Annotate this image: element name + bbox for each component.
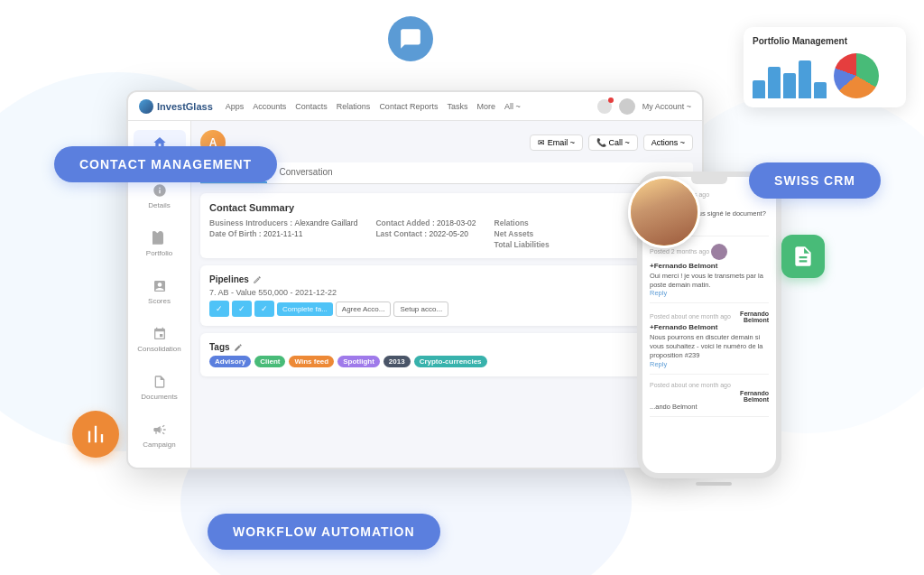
contact-col-left: Business Introducers : Alexandre Gaillar…: [209, 218, 357, 249]
sidebar-item-approval[interactable]: Approval: [134, 465, 186, 469]
sidebar-item-documents[interactable]: Documents: [134, 369, 186, 404]
speech-bubble-icon: [399, 27, 422, 51]
last-contact-value: 2022-05-20: [429, 229, 467, 238]
sidebar-item-consolidation[interactable]: Consolidation: [134, 321, 186, 357]
nav-links[interactable]: Apps Accounts Contacts Relations Contact…: [226, 102, 521, 111]
approval-icon: [151, 468, 169, 469]
pipeline-section: Pipelines 7. AB - Value 550,000 - 2021-1…: [200, 265, 693, 326]
portfolio-chart: [753, 53, 897, 98]
action-bar: A ✉ Email ~ 📞 Call ~ Actions ~: [200, 130, 693, 155]
nav-account-label[interactable]: My Account ~: [642, 102, 691, 111]
tag-crypto-currencies[interactable]: Crypto-currencies: [414, 356, 487, 367]
step-5[interactable]: Agree Acco...: [336, 301, 392, 317]
step-2[interactable]: ✓: [232, 301, 252, 317]
business-intro-row: Business Introducers : Alexandre Gaillar…: [209, 218, 357, 227]
nav-accounts[interactable]: Accounts: [253, 102, 286, 111]
chat-user-2: +Fernando Belmont: [650, 262, 769, 270]
label-contact-management: CONTACT MANAGEMENT: [54, 146, 277, 182]
tag-wins-feed[interactable]: Wins feed: [289, 356, 334, 367]
nav-tasks[interactable]: Tasks: [447, 102, 467, 111]
label-swiss-crm: SWISS CRM: [749, 162, 881, 199]
contact-summary-card: Contact Summary Business Introducers : A…: [200, 193, 693, 258]
nav-more[interactable]: More: [476, 102, 495, 111]
call-button[interactable]: 📞 Call ~: [588, 134, 638, 151]
step-6[interactable]: Setup acco...: [393, 301, 448, 317]
chat-meta-4: Posted about one month ago: [650, 382, 769, 388]
nav-all[interactable]: All ~: [504, 102, 521, 111]
chat-reply-3[interactable]: Reply: [650, 360, 667, 368]
dob-row: Date Of Birth : 2021-11-11: [209, 229, 357, 238]
analytics-icon-circle: [72, 411, 119, 458]
chat-message-4: Posted about one month ago Fernando Belm…: [650, 382, 769, 418]
tag-client[interactable]: Client: [254, 356, 285, 367]
bar-4: [799, 60, 811, 98]
tag-advisory[interactable]: Advisory: [209, 356, 251, 367]
label-workflow-automation: WORKFLOW AUTOMATION: [208, 514, 440, 550]
nav-apps[interactable]: Apps: [226, 102, 245, 111]
notification-bell[interactable]: [597, 99, 612, 114]
document-icon-circle: [781, 235, 825, 278]
logo-text: InvestGlass: [157, 101, 213, 112]
bar-5: [814, 82, 827, 98]
nav-logo: InvestGlass: [139, 99, 213, 114]
sidebar-item-scores[interactable]: Scores: [134, 274, 186, 309]
dob-value: 2021-11-11: [263, 229, 302, 238]
tags-list: Advisory Client Wins feed Spotlight 2013…: [209, 356, 684, 367]
tags-label: Tags: [209, 342, 684, 352]
chat-meta-3: Posted about one month ago: [650, 313, 731, 320]
bar-chart-icon: [83, 422, 108, 447]
step-3[interactable]: ✓: [254, 301, 274, 317]
documents-icon: [151, 373, 169, 391]
last-contact-label: Last Contact :: [375, 229, 429, 238]
contact-added-label: Contact Added :: [375, 218, 437, 227]
net-assets-row: Net Assets: [494, 229, 550, 238]
nav-contacts[interactable]: Contacts: [295, 102, 328, 111]
phone-notch: [691, 177, 727, 184]
contact-summary-title: Contact Summary: [209, 202, 684, 213]
portfolio-card-title: Portfolio Management: [753, 36, 897, 46]
nav-relations[interactable]: Relations: [337, 102, 371, 111]
pipeline-name: 7. AB - Value 550,000 - 2021-12-22: [209, 288, 684, 297]
bar-2: [768, 67, 781, 98]
profile-photo: [628, 176, 700, 248]
tab-conversation[interactable]: Conversation: [267, 162, 346, 183]
campaign-icon: [151, 421, 169, 439]
nav-reports[interactable]: Contact Reports: [379, 102, 438, 111]
email-button[interactable]: ✉ Email ~: [530, 134, 583, 151]
chat-text-2: Oui merci ! je vous le transmets par la …: [650, 272, 769, 290]
contact-added-value: 2018-03-02: [437, 218, 476, 227]
step-1[interactable]: ✓: [209, 301, 229, 317]
actions-button[interactable]: Actions ~: [643, 134, 693, 151]
chat-text-3: Nous pourrons en discuter demain si vous…: [650, 333, 769, 359]
navbar: InvestGlass Apps Accounts Contacts Relat…: [128, 92, 702, 121]
step-4[interactable]: Complete fa...: [277, 302, 333, 316]
sidebar-item-campaign[interactable]: Campaign: [134, 417, 186, 452]
tag-2013[interactable]: 2013: [383, 356, 411, 367]
chat-reply-2[interactable]: Reply: [650, 289, 667, 297]
contact-info-grid: Business Introducers : Alexandre Gaillar…: [209, 218, 684, 249]
contact-added-row: Contact Added : 2018-03-02: [375, 218, 476, 227]
tags-edit-icon[interactable]: [234, 343, 243, 352]
pipeline-steps: ✓ ✓ ✓ Complete fa... Agree Acco... Setup…: [209, 301, 684, 317]
chat-user-3: +Fernando Belmont: [650, 323, 769, 331]
business-intro-label: Business Introducers :: [209, 218, 294, 227]
portfolio-card: Portfolio Management: [744, 27, 906, 107]
pipeline-label: Pipelines: [209, 274, 684, 284]
sidebar-item-portfolio[interactable]: Portfolio: [134, 226, 186, 261]
bar-1: [753, 80, 765, 98]
nav-avatar: [619, 98, 635, 115]
last-contact-row: Last Contact : 2022-05-20: [375, 229, 476, 238]
profile-photo-inner: [631, 179, 698, 246]
tag-spotlight[interactable]: Spotlight: [337, 356, 380, 367]
chat-user-name-3b: Belmont: [744, 317, 769, 323]
sidebar-item-details[interactable]: Details: [134, 178, 186, 213]
pie-chart: [834, 53, 879, 98]
dob-label: Date Of Birth :: [209, 229, 263, 238]
tags-section: Tags Advisory Client Wins feed Spotlight…: [200, 333, 693, 376]
contact-col-right: Contact Added : 2018-03-02 Last Contact …: [375, 218, 476, 249]
document-icon: [791, 245, 815, 268]
portfolio-sidebar-icon: [151, 229, 169, 247]
chat-avatar-2: [711, 244, 727, 260]
edit-icon[interactable]: [253, 275, 262, 284]
chat-user-name-4b: Belmont: [744, 396, 769, 403]
